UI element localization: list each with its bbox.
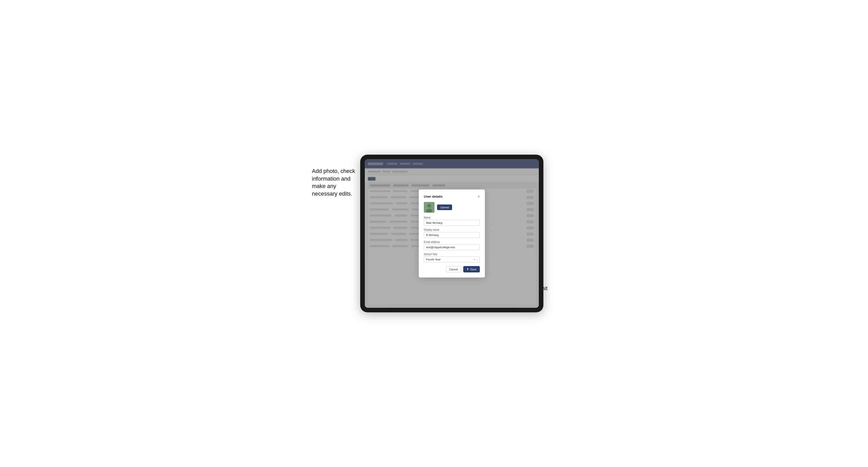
user-details-modal: User details × Upload: [419, 189, 485, 278]
display-name-label: Display name: [424, 228, 480, 231]
email-input[interactable]: [424, 244, 480, 250]
save-button[interactable]: ⬆ Save: [463, 266, 480, 272]
cancel-button[interactable]: Cancel: [446, 266, 461, 272]
avatar: [424, 202, 435, 213]
tablet-screen: User details × Upload: [365, 159, 539, 308]
modal-footer: Cancel ⬆ Save: [424, 266, 480, 272]
email-label: Email address: [424, 241, 480, 243]
school-year-label: School Year: [424, 253, 480, 256]
modal-overlay: User details × Upload: [365, 159, 539, 308]
scene: Add photo, check information and make an…: [312, 147, 556, 320]
display-name-input[interactable]: [424, 232, 480, 238]
display-name-field-group: Display name: [424, 228, 480, 238]
annotation-left: Add photo, check information and make an…: [312, 167, 363, 198]
save-button-label: Save: [470, 268, 476, 271]
select-clear-icon[interactable]: ×: [474, 258, 475, 261]
school-year-input[interactable]: [424, 256, 480, 262]
name-label: Name: [424, 216, 480, 219]
modal-header: User details ×: [424, 195, 480, 198]
name-input[interactable]: [424, 220, 480, 226]
modal-title: User details: [424, 195, 443, 198]
school-year-select-wrapper: × ⌄: [424, 256, 480, 262]
photo-section: Upload: [424, 202, 480, 213]
upload-photo-button[interactable]: Upload: [437, 205, 452, 210]
chevron-down-icon: ⌄: [476, 258, 478, 261]
svg-point-3: [427, 204, 431, 208]
save-icon: ⬆: [467, 268, 469, 271]
modal-close-button[interactable]: ×: [478, 195, 480, 198]
tablet-frame: User details × Upload: [360, 155, 544, 312]
name-field-group: Name: [424, 216, 480, 226]
school-year-field-group: School Year × ⌄: [424, 253, 480, 262]
email-field-group: Email address: [424, 241, 480, 250]
